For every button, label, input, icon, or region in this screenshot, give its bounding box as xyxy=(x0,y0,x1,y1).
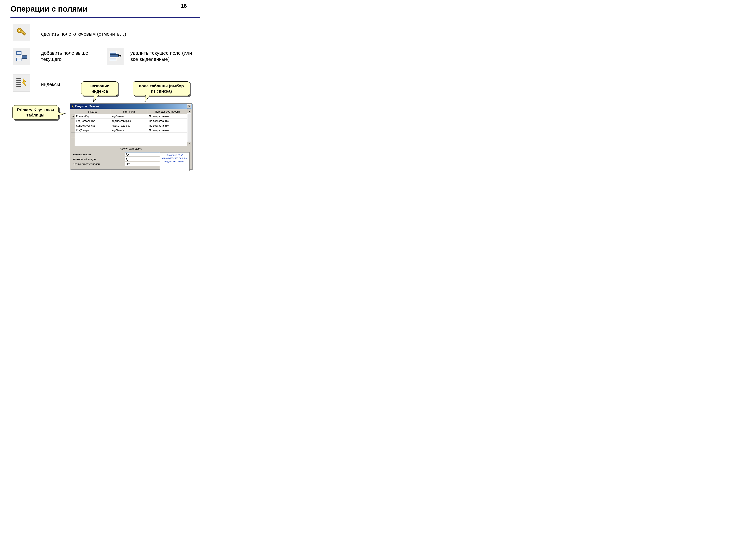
op-make-key-label: сделать поле ключевым (отменить…) xyxy=(41,31,126,37)
cell-order[interactable] xyxy=(148,142,187,146)
cell-index[interactable]: КодТовара xyxy=(75,128,110,133)
callout-index-name-text: название индекса xyxy=(90,84,109,94)
row-header-blank xyxy=(71,109,75,114)
page-number: 18 xyxy=(181,3,187,9)
delete-row-icon[interactable] xyxy=(107,48,124,64)
cell-field[interactable]: КодПоставщика xyxy=(110,119,148,124)
callout-table-field: поле таблицы (выбор из списка) xyxy=(133,81,190,96)
hint-box: Значение "Да" указывает, что данный инде… xyxy=(160,152,189,171)
cell-field[interactable]: КодЗаказа xyxy=(110,114,148,119)
table-row[interactable] xyxy=(71,137,187,142)
cell-order[interactable]: По возрастанию xyxy=(148,119,187,124)
cell-index[interactable] xyxy=(75,142,110,146)
insert-row-icon[interactable]: + xyxy=(13,48,30,64)
prop-label: Ключевое поле xyxy=(73,153,125,156)
table-row[interactable]: КодТовараКодТовараПо возрастанию xyxy=(71,128,187,133)
table-row[interactable]: PrimaryKeyКодЗаказаПо возрастанию xyxy=(71,114,187,119)
table-row[interactable]: КодСотрудникаКодСотрудникаПо возрастанию xyxy=(71,124,187,128)
cell-index[interactable] xyxy=(75,137,110,142)
svg-marker-20 xyxy=(93,95,99,102)
table-row[interactable] xyxy=(71,133,187,137)
cell-field[interactable] xyxy=(110,142,148,146)
svg-line-25 xyxy=(74,116,74,117)
row-selector[interactable] xyxy=(71,137,75,142)
svg-rect-10 xyxy=(110,58,116,61)
callout-primary-key: Primary Key: ключ таблицы xyxy=(12,105,59,119)
cell-order[interactable] xyxy=(148,137,187,142)
row-selector[interactable] xyxy=(71,133,75,137)
callout-index-name: название индекса xyxy=(81,81,118,96)
op-add-above-label: добавить поле выше текущего xyxy=(41,50,97,62)
col-field[interactable]: Имя поля xyxy=(110,109,148,114)
svg-marker-21 xyxy=(145,95,150,102)
cell-field[interactable] xyxy=(110,137,148,142)
cell-order[interactable]: По возрастанию xyxy=(148,124,187,128)
cell-field[interactable]: КодТовара xyxy=(110,128,148,133)
prop-value-input[interactable]: Да xyxy=(125,152,164,156)
svg-rect-9 xyxy=(110,54,119,57)
svg-rect-8 xyxy=(110,51,116,53)
title-rule xyxy=(10,17,200,18)
close-button[interactable]: ✕ xyxy=(187,104,191,108)
slide-title: Операции с полями xyxy=(10,4,87,14)
cell-order[interactable] xyxy=(148,133,187,137)
cell-order[interactable]: По возрастанию xyxy=(148,114,187,119)
indexes-dialog: Индексы: Заказы ✕ Индекс Имя поля Порядо… xyxy=(70,103,192,169)
key-icon[interactable] xyxy=(13,24,30,41)
callout-table-field-text: поле таблицы (выбор из списка) xyxy=(139,84,184,94)
callout-primary-key-text: Primary Key: ключ таблицы xyxy=(17,108,54,117)
svg-marker-19 xyxy=(58,112,66,115)
row-selector[interactable] xyxy=(71,119,75,124)
props-section-title: Свойства индекса xyxy=(70,146,192,151)
props-area: Ключевое полеДаУникальный индексДаПропус… xyxy=(70,151,192,169)
row-selector[interactable] xyxy=(71,114,75,119)
op-indexes-label: индексы xyxy=(41,81,60,87)
col-order[interactable]: Порядок сортировки xyxy=(148,109,187,114)
scroll-up-button[interactable]: ▲ xyxy=(187,109,191,113)
cell-order[interactable]: По возрастанию xyxy=(148,128,187,133)
table-row[interactable]: КодПоставщикаКодПоставщикаПо возрастанию xyxy=(71,119,187,124)
prop-label: Пропуск пустых полей xyxy=(73,163,125,166)
svg-point-1 xyxy=(19,30,20,31)
svg-marker-22 xyxy=(72,105,74,108)
cell-index[interactable]: КодПоставщика xyxy=(75,119,110,124)
col-index[interactable]: Индекс xyxy=(75,109,110,114)
cell-field[interactable] xyxy=(110,133,148,137)
svg-marker-18 xyxy=(22,78,26,86)
row-selector[interactable] xyxy=(71,124,75,128)
index-grid[interactable]: Индекс Имя поля Порядок сортировки Prima… xyxy=(71,109,191,146)
prop-value-input[interactable]: Да xyxy=(125,157,164,161)
scroll-down-button[interactable]: ▼ xyxy=(187,142,191,146)
dialog-titlebar[interactable]: Индексы: Заказы ✕ xyxy=(70,104,192,109)
svg-marker-12 xyxy=(120,55,121,57)
row-selector[interactable] xyxy=(71,128,75,133)
bolt-icon xyxy=(71,105,75,108)
cell-index[interactable] xyxy=(75,133,110,137)
op-delete-label: удалить текущее поле (или все выделенные… xyxy=(130,50,198,62)
table-row[interactable] xyxy=(71,142,187,146)
scroll-track[interactable] xyxy=(187,113,191,142)
svg-text:+: + xyxy=(21,53,23,59)
indexes-icon[interactable] xyxy=(13,75,30,91)
cell-field[interactable]: КодСотрудника xyxy=(110,124,148,128)
dialog-title: Индексы: Заказы xyxy=(75,105,99,108)
cell-index[interactable]: PrimaryKey xyxy=(75,114,110,119)
row-selector[interactable] xyxy=(71,142,75,146)
cell-index[interactable]: КодСотрудника xyxy=(75,124,110,128)
prop-value-dropdown[interactable]: Нет xyxy=(125,162,164,166)
prop-label: Уникальный индекс xyxy=(73,158,125,161)
